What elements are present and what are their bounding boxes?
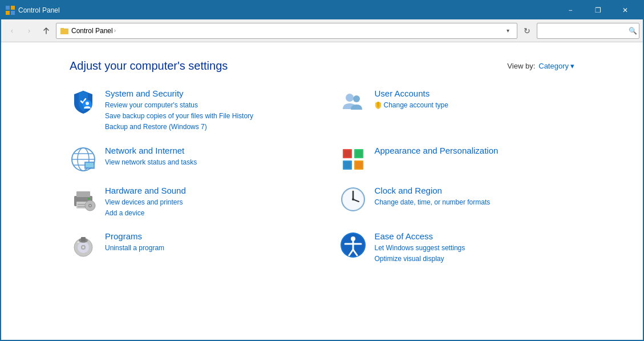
svg-rect-3: [11, 11, 15, 15]
svg-rect-23: [344, 150, 351, 157]
hardware-sound-icon: [70, 186, 97, 213]
search-input[interactable]: [541, 27, 626, 35]
svg-rect-0: [6, 6, 10, 10]
categories-grid: System and Security Review your computer…: [70, 89, 574, 277]
page-header: Adjust your computer's settings View by:…: [70, 59, 574, 73]
category-appearance: Appearance and Personalization: [339, 146, 575, 173]
change-date-time-link[interactable]: Change date, time, or number formats: [375, 197, 575, 208]
window-controls: − ❐ ✕: [557, 1, 638, 19]
svg-rect-26: [355, 162, 362, 169]
category-system-security: System and Security Review your computer…: [70, 89, 305, 133]
hardware-sound-text: Hardware and Sound View devices and prin…: [105, 186, 305, 219]
view-by-dropdown[interactable]: Category ▾: [538, 62, 574, 70]
appearance-icon: [339, 146, 367, 173]
search-icon[interactable]: 🔍: [629, 27, 637, 35]
ease-of-access-title[interactable]: Ease of Access: [375, 231, 575, 241]
user-accounts-text: User Accounts Change account type: [375, 89, 575, 111]
address-input[interactable]: Control Panel › ▾: [56, 23, 517, 39]
ease-of-access-icon: [339, 231, 367, 259]
svg-rect-1: [11, 6, 15, 10]
clock-region-text: Clock and Region Change date, time, or n…: [375, 186, 575, 208]
programs-text: Programs Uninstall a program: [105, 231, 305, 254]
network-internet-title[interactable]: Network and Internet: [105, 146, 305, 155]
category-user-accounts: User Accounts Change account type: [339, 89, 575, 133]
network-internet-icon: [70, 146, 97, 173]
category-programs: Programs Uninstall a program: [70, 231, 305, 264]
change-account-type-link[interactable]: Change account type: [375, 100, 575, 111]
forward-button[interactable]: ›: [22, 23, 37, 38]
close-button[interactable]: ✕: [612, 1, 638, 19]
view-by-control: View by: Category ▾: [507, 62, 574, 70]
svg-rect-47: [81, 237, 86, 242]
title-bar-text: Control Panel: [18, 6, 60, 14]
programs-title[interactable]: Programs: [105, 231, 305, 241]
folder-icon: [60, 26, 69, 35]
clock-region-title[interactable]: Clock and Region: [375, 186, 575, 195]
clock-region-icon: [339, 186, 367, 213]
view-by-label: View by:: [507, 62, 535, 70]
review-computer-status-link[interactable]: Review your computer's status: [105, 100, 305, 111]
windows-suggest-settings-link[interactable]: Let Windows suggest settings: [375, 243, 575, 254]
svg-rect-28: [76, 191, 90, 197]
system-security-icon: [70, 89, 97, 116]
svg-point-32: [88, 198, 90, 200]
category-network-internet: Network and Internet View network status…: [70, 146, 305, 173]
svg-rect-2: [6, 11, 10, 15]
add-device-link[interactable]: Add a device: [105, 208, 305, 219]
svg-point-40: [352, 198, 354, 200]
back-button[interactable]: ‹: [5, 23, 19, 38]
address-bar: ‹ › Control Panel › ▾ ↻ 🔍: [1, 19, 643, 42]
user-accounts-title[interactable]: User Accounts: [375, 89, 575, 98]
svg-rect-25: [344, 162, 351, 169]
appearance-title[interactable]: Appearance and Personalization: [375, 146, 575, 155]
category-ease-of-access: Ease of Access Let Windows suggest setti…: [339, 231, 575, 264]
network-internet-text: Network and Internet View network status…: [105, 146, 305, 168]
refresh-button[interactable]: ↻: [520, 23, 534, 38]
programs-icon: [70, 231, 97, 259]
main-content: Adjust your computer's settings View by:…: [1, 42, 643, 341]
up-button[interactable]: [39, 23, 54, 38]
optimize-visual-display-link[interactable]: Optimize visual display: [375, 254, 575, 264]
backup-restore-link[interactable]: Backup and Restore (Windows 7): [105, 122, 305, 133]
svg-rect-6: [61, 28, 64, 29]
view-network-status-link[interactable]: View network status and tasks: [105, 157, 305, 168]
system-security-title[interactable]: System and Security: [105, 89, 305, 98]
svg-point-8: [86, 102, 89, 105]
svg-point-35: [90, 204, 91, 206]
minimize-button[interactable]: −: [557, 1, 584, 19]
address-path: Control Panel ›: [71, 27, 500, 35]
user-accounts-icon: [339, 89, 367, 116]
svg-point-9: [346, 94, 354, 102]
category-hardware-sound: Hardware and Sound View devices and prin…: [70, 186, 305, 219]
svg-rect-17: [86, 163, 94, 167]
svg-point-45: [82, 246, 84, 248]
system-security-text: System and Security Review your computer…: [105, 89, 305, 133]
title-bar-icon: [6, 6, 15, 15]
restore-button[interactable]: ❐: [585, 1, 611, 19]
svg-rect-5: [60, 29, 68, 34]
category-clock-region: Clock and Region Change date, time, or n…: [339, 186, 575, 219]
svg-rect-24: [355, 150, 362, 157]
view-devices-link[interactable]: View devices and printers: [105, 197, 305, 208]
uninstall-program-link[interactable]: Uninstall a program: [105, 243, 305, 254]
appearance-text: Appearance and Personalization: [375, 146, 575, 157]
file-history-link[interactable]: Save backup copies of your files with Fi…: [105, 111, 305, 122]
svg-point-10: [353, 95, 360, 102]
shield-badge-icon: [375, 102, 382, 109]
search-box[interactable]: 🔍: [537, 23, 639, 39]
title-bar: Control Panel − ❐ ✕: [1, 1, 643, 19]
page-title: Adjust your computer's settings: [70, 59, 228, 73]
hardware-sound-title[interactable]: Hardware and Sound: [105, 186, 305, 195]
address-dropdown-button[interactable]: ▾: [502, 23, 513, 38]
ease-of-access-text: Ease of Access Let Windows suggest setti…: [375, 231, 575, 264]
